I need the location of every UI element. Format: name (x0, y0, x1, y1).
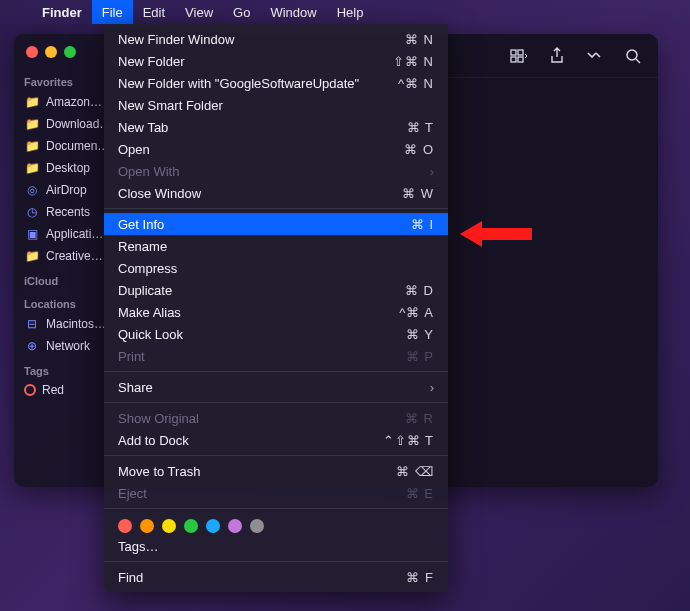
menu-item-label: Make Alias (118, 305, 181, 320)
menubar: Finder File Edit View Go Window Help (0, 0, 690, 24)
sidebar-item-documents[interactable]: 📁Document… (22, 135, 114, 157)
menu-file[interactable]: File (92, 0, 133, 24)
menu-item-label: Duplicate (118, 283, 172, 298)
menu-item-new-folder[interactable]: New Folder⇧⌘ N (104, 50, 448, 72)
tag-color-dot[interactable] (184, 519, 198, 533)
menu-item-shortcut: ⌘ I (411, 217, 434, 232)
menu-item-label: Open With (118, 164, 179, 179)
menu-item-shortcut: ^⌘ A (399, 305, 434, 320)
menu-help[interactable]: Help (327, 0, 374, 24)
close-icon[interactable] (26, 46, 38, 58)
menu-item-print: Print⌘ P (104, 345, 448, 367)
file-menu-dropdown: New Finder Window⌘ NNew Folder⇧⌘ NNew Fo… (104, 24, 448, 592)
tag-color-dot[interactable] (250, 519, 264, 533)
maximize-icon[interactable] (64, 46, 76, 58)
folder-icon: 📁 (24, 160, 40, 176)
menu-item-compress[interactable]: Compress (104, 257, 448, 279)
sidebar-item-desktop[interactable]: 📁Desktop (22, 157, 114, 179)
tag-color-dot[interactable] (162, 519, 176, 533)
svg-rect-0 (511, 50, 516, 55)
tag-color-row (104, 513, 448, 535)
chevron-right-icon: › (430, 380, 434, 395)
sidebar-item-creative[interactable]: 📁Creative… (22, 245, 114, 267)
menu-item-shortcut: ⌘ D (405, 283, 434, 298)
menu-separator (104, 508, 448, 509)
menu-item-new-tab[interactable]: New Tab⌘ T (104, 116, 448, 138)
menu-item-eject: Eject⌘ E (104, 482, 448, 504)
menu-item-open[interactable]: Open⌘ O (104, 138, 448, 160)
menu-item-new-smart-folder[interactable]: New Smart Folder (104, 94, 448, 116)
menu-item-shortcut: ⌘ E (406, 486, 434, 501)
menu-item-label: Quick Look (118, 327, 183, 342)
menu-item-rename[interactable]: Rename (104, 235, 448, 257)
apple-menu[interactable] (12, 0, 32, 24)
menu-separator (104, 561, 448, 562)
menu-view[interactable]: View (175, 0, 223, 24)
menu-item-label: Rename (118, 239, 167, 254)
tag-color-dot[interactable] (228, 519, 242, 533)
sidebar-section-favorites: Favorites (22, 68, 114, 91)
share-icon[interactable] (548, 47, 566, 65)
menu-separator (104, 455, 448, 456)
menu-item-get-info[interactable]: Get Info⌘ I (104, 213, 448, 235)
sidebar-item-airdrop[interactable]: ◎AirDrop (22, 179, 114, 201)
disk-icon: ⊟ (24, 316, 40, 332)
folder-icon: 📁 (24, 94, 40, 110)
chevron-right-icon: › (430, 164, 434, 179)
menu-item-label: New Tab (118, 120, 168, 135)
menu-go[interactable]: Go (223, 0, 260, 24)
minimize-icon[interactable] (45, 46, 57, 58)
menu-item-shortcut: ⌘ P (406, 349, 434, 364)
menu-item-duplicate[interactable]: Duplicate⌘ D (104, 279, 448, 301)
menu-item-label: Get Info (118, 217, 164, 232)
svg-rect-3 (518, 57, 523, 62)
svg-rect-2 (511, 57, 516, 62)
menu-item-close-window[interactable]: Close Window⌘ W (104, 182, 448, 204)
menu-item-shortcut: ⇧⌘ N (393, 54, 434, 69)
menu-item-label: New Folder (118, 54, 184, 69)
tag-color-dot[interactable] (118, 519, 132, 533)
menu-item-make-alias[interactable]: Make Alias^⌘ A (104, 301, 448, 323)
menu-item-shortcut: ⌘ ⌫ (396, 464, 434, 479)
grid-view-icon[interactable] (510, 47, 528, 65)
svg-rect-1 (518, 50, 523, 55)
menu-item-tags[interactable]: Tags… (104, 535, 448, 557)
menu-separator (104, 371, 448, 372)
menu-item-label: Print (118, 349, 145, 364)
menu-item-show-original: Show Original⌘ R (104, 407, 448, 429)
clock-icon: ◷ (24, 204, 40, 220)
menu-item-find[interactable]: Find⌘ F (104, 566, 448, 588)
menu-item-share[interactable]: Share› (104, 376, 448, 398)
sidebar-item-network[interactable]: ⊕Network (22, 335, 114, 357)
menu-item-label: Show Original (118, 411, 199, 426)
sidebar-section-icloud: iCloud (22, 267, 114, 290)
menu-item-add-to-dock[interactable]: Add to Dock⌃⇧⌘ T (104, 429, 448, 451)
menu-window[interactable]: Window (260, 0, 326, 24)
menu-item-label: Tags… (118, 539, 158, 554)
tag-color-dot[interactable] (206, 519, 220, 533)
sidebar-item-recents[interactable]: ◷Recents (22, 201, 114, 223)
sidebar-item-applications[interactable]: ▣Applicati… (22, 223, 114, 245)
menu-item-quick-look[interactable]: Quick Look⌘ Y (104, 323, 448, 345)
menu-item-shortcut: ⌘ W (402, 186, 434, 201)
folder-icon: 📁 (24, 248, 40, 264)
menu-item-shortcut: ⌘ O (404, 142, 434, 157)
menu-item-label: Eject (118, 486, 147, 501)
sidebar-item-amazon[interactable]: 📁Amazon… (22, 91, 114, 113)
menu-item-new-folder-with-googlesoftwareupdate[interactable]: New Folder with "GoogleSoftwareUpdate"^⌘… (104, 72, 448, 94)
sidebar-item-macintosh[interactable]: ⊟Macintos… (22, 313, 114, 335)
network-icon: ⊕ (24, 338, 40, 354)
more-icon[interactable] (586, 47, 604, 65)
tag-color-dot[interactable] (140, 519, 154, 533)
menu-item-shortcut: ⌘ Y (406, 327, 434, 342)
menu-item-open-with: Open With› (104, 160, 448, 182)
menu-item-new-finder-window[interactable]: New Finder Window⌘ N (104, 28, 448, 50)
menu-edit[interactable]: Edit (133, 0, 175, 24)
sidebar-item-tag-red[interactable]: Red (22, 380, 114, 400)
menu-item-move-to-trash[interactable]: Move to Trash⌘ ⌫ (104, 460, 448, 482)
app-name-menu[interactable]: Finder (32, 0, 92, 24)
sidebar-item-downloads[interactable]: 📁Download… (22, 113, 114, 135)
svg-point-4 (627, 50, 637, 60)
menu-item-shortcut: ^⌘ N (398, 76, 434, 91)
search-icon[interactable] (624, 47, 642, 65)
